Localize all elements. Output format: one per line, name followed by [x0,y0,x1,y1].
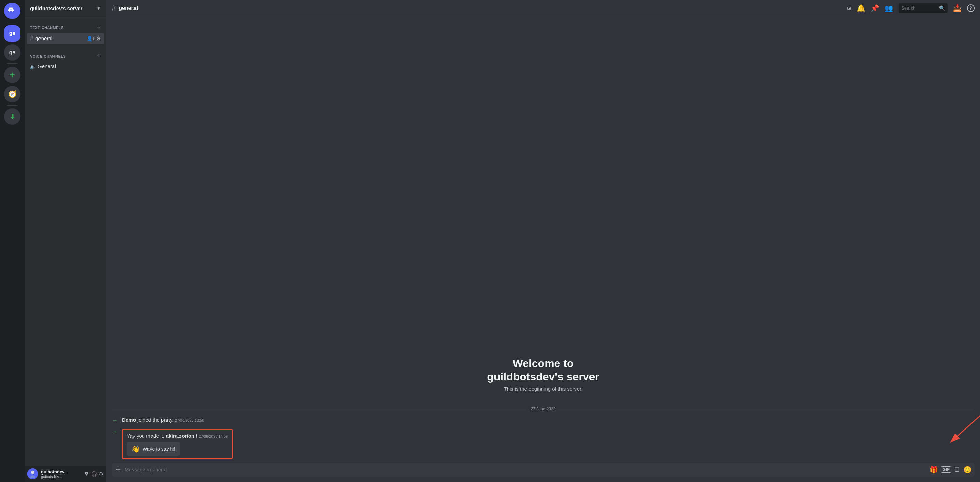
message-join-arrow: → [112,417,118,424]
server-chevron: ▼ [97,6,101,11]
channel-item-general[interactable]: # general 👤+ ⚙ [27,33,103,44]
mute-icon[interactable]: 🎙 [84,471,89,477]
message-text-1: Demo joined the party. 27/06/2023 13:50 [122,417,204,423]
message-author-demo: Demo [122,417,136,423]
download-icon: ⬇ [10,112,15,121]
notification-icon[interactable]: 🔔 [857,4,865,12]
gift-icon[interactable]: 🎁 [930,466,938,474]
search-input[interactable] [901,5,937,11]
compass-icon: 🧭 [8,90,17,98]
exclamation-text: ! [196,433,199,439]
message-timestamp-2: 27/06/2023 14:59 [199,434,228,438]
main-content: # general 🔔 📌 👥 🔍 📥 ? Wel [106,0,980,482]
download-button[interactable]: ⬇ [4,109,21,125]
welcome-title: Welcome toguildbotsdev's server [487,357,599,383]
user-status: guibotsdev... [41,474,82,479]
search-bar[interactable]: 🔍 [899,3,948,13]
add-server-button[interactable]: + [4,67,21,83]
chat-welcome: Welcome toguildbotsdev's server This is … [106,16,980,404]
text-channels-label: TEXT CHANNELS [30,26,64,30]
server-list: gs gs + 🧭 ⬇ [0,0,24,482]
server-icon-gs-active[interactable]: gs [4,25,21,41]
help-icon[interactable]: ? [967,5,975,12]
message-author-akira: akira.zorion [166,433,194,439]
wave-button[interactable]: 👋 Wave to say hi! [127,442,180,456]
explore-button[interactable]: 🧭 [4,86,21,102]
header-actions: 🔔 📌 👥 🔍 📥 ? [843,3,975,13]
members-icon[interactable]: 👥 [885,4,893,12]
highlighted-message: Yay you made it, akira.zorion ! 27/06/20… [122,429,232,459]
pin-icon[interactable]: 📌 [871,4,879,12]
date-divider-text: 27 June 2023 [531,407,556,412]
table-row: → Yay you made it, akira.zorion ! 27/06/… [112,426,975,462]
message-content: Demo joined the party. 27/06/2023 13:50 [122,416,975,423]
table-row: → Demo joined the party. 27/06/2023 13:5… [112,415,975,425]
server-list-separator-2 [7,64,18,64]
channel-name-general: general [35,35,86,41]
add-attachment-button[interactable]: + [115,464,122,476]
voice-channels-label: VOICE CHANNELS [30,54,66,58]
message-input[interactable] [125,463,927,477]
emoji-icon[interactable]: 😊 [963,466,972,474]
inbox-icon[interactable]: 📥 [953,4,962,12]
gif-icon[interactable]: GIF [941,466,951,473]
server-icon-gs-secondary[interactable]: gs [4,44,21,61]
add-icon: + [10,70,15,80]
avatar [27,468,38,479]
username: guibotsdev... [41,469,82,474]
input-actions: 🎁 GIF 🗒 😊 [930,466,972,474]
message-join-text: joined the party. [138,417,175,423]
message-input-bar: + 🎁 GIF 🗒 😊 [112,463,975,477]
text-channels-section: TEXT CHANNELS + # general 👤+ ⚙ [24,17,106,46]
message-text-2: Yay you made it, akira.zorion ! 27/06/20… [127,432,228,439]
discord-home-button[interactable] [4,3,21,19]
message-arrow-2: → [112,428,118,435]
channel-list: guildbotsdev's server ▼ TEXT CHANNELS + … [24,0,106,482]
speaker-icon: 🔈 [30,64,36,69]
user-settings-icon[interactable]: ⚙ [99,471,103,477]
server-initials: gs [9,30,16,37]
voice-channel-name: General [38,64,101,69]
add-text-channel-button[interactable]: + [97,24,101,31]
threads-icon[interactable] [843,3,851,13]
server-list-separator [7,22,18,22]
yay-text: Yay you made it, [127,433,166,439]
sticker-icon[interactable]: 🗒 [954,466,961,474]
text-channels-header[interactable]: TEXT CHANNELS + [27,22,103,32]
settings-icon[interactable]: ⚙ [96,36,101,41]
wave-emoji: 👋 [131,445,140,453]
chat-messages: Welcome toguildbotsdev's server This is … [106,16,980,463]
server-header[interactable]: guildbotsdev's server ▼ [24,0,106,17]
voice-channels-section: VOICE CHANNELS + 🔈 General [24,46,106,73]
hash-icon: # [30,35,33,42]
header-channel-name: general [118,5,138,11]
search-icon: 🔍 [939,5,945,11]
wave-button-label: Wave to say hi! [143,446,175,452]
date-divider: 27 June 2023 [106,404,980,414]
header-hash-icon: # [112,4,116,13]
server-initials-secondary: gs [9,49,16,56]
headset-icon[interactable]: 🎧 [91,471,97,477]
messages-list: → Demo joined the party. 27/06/2023 13:5… [106,414,980,463]
chat-header: # general 🔔 📌 👥 🔍 📥 ? [106,0,980,16]
svg-point-1 [31,471,34,474]
voice-channels-header[interactable]: VOICE CHANNELS + [27,51,103,61]
user-controls: 🎙 🎧 ⚙ [84,471,103,477]
user-info: guibotsdev... guibotsdev... [41,469,82,479]
voice-channel-general[interactable]: 🔈 General [27,61,103,71]
server-list-separator-3 [7,105,18,106]
message-timestamp-1: 27/06/2023 13:50 [175,418,204,422]
add-voice-channel-button[interactable]: + [97,53,101,60]
welcome-subtitle: This is the beginning of this server. [504,386,582,392]
server-name: guildbotsdev's server [30,5,83,11]
channel-actions: 👤+ ⚙ [86,36,101,41]
message-input-area: + 🎁 GIF 🗒 😊 [106,463,980,482]
user-panel: guibotsdev... guibotsdev... 🎙 🎧 ⚙ [24,466,106,482]
invite-icon[interactable]: 👤+ [86,36,95,41]
